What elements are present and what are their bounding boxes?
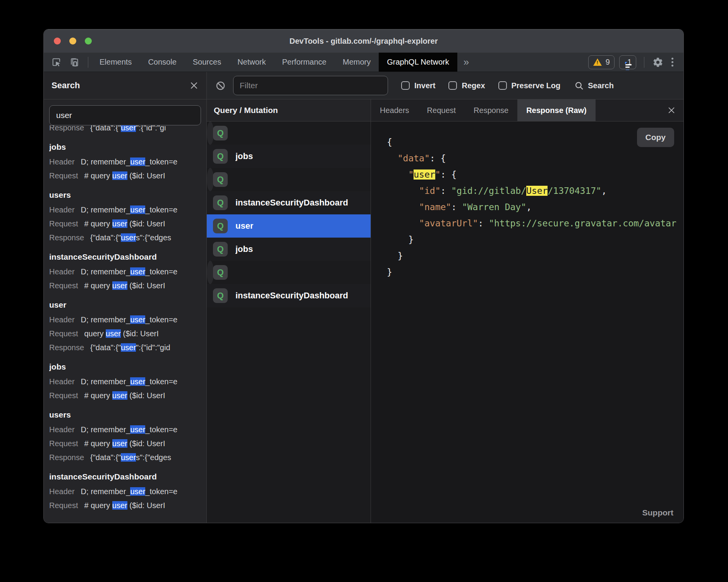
query-type-badge: Q bbox=[213, 219, 228, 233]
warnings-badge[interactable]: ! 9 bbox=[588, 55, 615, 69]
tab-performance[interactable]: Performance bbox=[274, 53, 335, 72]
query-row-jobs[interactable]: Qjobs bbox=[207, 145, 371, 168]
result-text: _token=e bbox=[145, 157, 177, 166]
result-row-label: Response bbox=[49, 125, 84, 132]
issues-badge[interactable]: 1 bbox=[619, 55, 636, 69]
result-text: ($id: UserI bbox=[127, 219, 165, 228]
result-row[interactable]: Response{"data":{"user":{"id":"gid bbox=[49, 341, 206, 354]
result-row[interactable]: Response{"data":{"users":{"edges bbox=[49, 450, 206, 464]
invert-checkbox-label: Invert bbox=[414, 81, 435, 90]
result-text: ($id: UserI bbox=[127, 391, 165, 400]
devtools-tabs: ElementsConsoleSourcesNetworkPerformance… bbox=[91, 53, 457, 72]
result-text: _token=e bbox=[145, 315, 177, 324]
kebab-menu-icon[interactable] bbox=[668, 58, 676, 67]
result-text: D; remember_ bbox=[81, 315, 130, 324]
checkbox-preserve-log[interactable]: Preserve Log bbox=[498, 81, 561, 90]
invert-checkbox-box bbox=[401, 81, 410, 90]
close-detail-icon[interactable] bbox=[667, 99, 683, 121]
result-row-label: Header bbox=[49, 425, 75, 434]
match-highlight: user bbox=[112, 501, 127, 510]
filter-bar: InvertRegexPreserve Log Search bbox=[207, 72, 683, 99]
query-row-users[interactable]: Qusers bbox=[207, 168, 214, 191]
tab-network[interactable]: Network bbox=[229, 53, 274, 72]
detail-tabs: HeadersRequestResponseResponse (Raw) bbox=[371, 99, 683, 122]
result-row[interactable]: Request# query user ($id: UserI bbox=[49, 169, 206, 183]
detail-tab-headers[interactable]: Headers bbox=[371, 99, 418, 121]
result-row[interactable]: HeaderD; remember_user_token=e bbox=[49, 155, 206, 169]
result-section-title: users bbox=[49, 187, 206, 203]
devtools-window: DevTools - gitlab.com/-/graphql-explorer bbox=[43, 29, 684, 523]
json-segment: { bbox=[387, 137, 392, 147]
json-segment bbox=[387, 218, 419, 228]
filter-input[interactable] bbox=[233, 76, 388, 95]
json-segment: "name" bbox=[419, 202, 451, 212]
inspect-element-icon[interactable] bbox=[51, 56, 62, 68]
search-control[interactable]: Search bbox=[574, 81, 614, 91]
query-row-instancesecuritydashboard[interactable]: QinstanceSecurityDashboard bbox=[207, 191, 371, 214]
close-search-icon[interactable] bbox=[189, 81, 199, 90]
devtools-toolbar: ElementsConsoleSourcesNetworkPerformance… bbox=[44, 53, 683, 72]
settings-gear-icon[interactable] bbox=[652, 56, 664, 68]
tab-elements[interactable]: Elements bbox=[91, 53, 140, 72]
result-row[interactable]: Response{"data":{"users":{"edges bbox=[49, 231, 206, 245]
match-highlight: user bbox=[130, 205, 145, 214]
result-row[interactable]: HeaderD; remember_user_token=e bbox=[49, 375, 206, 389]
result-row[interactable]: HeaderD; remember_user_token=e bbox=[49, 484, 206, 498]
result-row-label: Header bbox=[49, 487, 75, 496]
query-row-users[interactable]: Qusers bbox=[207, 261, 214, 284]
result-row[interactable]: Request# query user ($id: UserI bbox=[49, 389, 206, 402]
match-highlight: user bbox=[112, 281, 127, 290]
result-row[interactable]: Request# query user ($id: UserI bbox=[49, 498, 206, 512]
json-segment: } bbox=[387, 235, 414, 245]
query-row-jobs[interactable]: Qjobs bbox=[207, 238, 371, 261]
tab-console[interactable]: Console bbox=[140, 53, 184, 72]
result-row[interactable]: Request# query user ($id: UserI bbox=[49, 279, 206, 293]
query-row-label: jobs bbox=[235, 151, 253, 161]
json-segment: "data" bbox=[398, 153, 430, 163]
tab-graphql-network[interactable]: GraphQL Network bbox=[379, 53, 457, 72]
warning-icon: ! bbox=[593, 58, 602, 66]
result-text: {"data":{" bbox=[90, 453, 121, 462]
query-row-user-selected[interactable]: Quser bbox=[207, 214, 371, 238]
copy-button[interactable]: Copy bbox=[637, 128, 675, 147]
result-text: ":{"id":"gi bbox=[136, 125, 166, 132]
tab-sources[interactable]: Sources bbox=[185, 53, 229, 72]
checkbox-regex[interactable]: Regex bbox=[448, 81, 485, 90]
detail-tab-response[interactable]: Response bbox=[465, 99, 517, 121]
support-link[interactable]: Support bbox=[642, 508, 673, 517]
result-row[interactable]: HeaderD; remember_user_token=e bbox=[49, 265, 206, 279]
result-row-label: Request bbox=[49, 501, 78, 510]
query-row-instancesecuritydashboard[interactable]: QinstanceSecurityDashboard bbox=[207, 284, 371, 307]
result-row[interactable]: Request# query user ($id: UserI bbox=[49, 217, 206, 231]
preserve-log-checkbox-label: Preserve Log bbox=[512, 81, 561, 90]
detail-tab-response-raw[interactable]: Response (Raw) bbox=[517, 99, 596, 121]
block-clear-icon[interactable] bbox=[215, 80, 226, 91]
result-row[interactable]: HeaderD; remember_user_token=e bbox=[49, 203, 206, 217]
result-text: query bbox=[84, 329, 106, 338]
more-tabs-chevron-icon[interactable]: » bbox=[457, 53, 475, 72]
result-row[interactable]: HeaderD; remember_user_token=e bbox=[49, 423, 206, 436]
search-input[interactable] bbox=[49, 105, 201, 125]
result-row[interactable]: HeaderD; remember_user_token=e bbox=[49, 313, 206, 327]
result-text: ($id: UserI bbox=[127, 439, 165, 448]
result-row[interactable]: Request# query user ($id: UserI bbox=[49, 436, 206, 450]
search-control-label: Search bbox=[588, 81, 614, 90]
query-row-user[interactable]: Quser bbox=[207, 122, 214, 145]
close-window-button[interactable] bbox=[54, 38, 61, 45]
device-toolbar-icon[interactable] bbox=[68, 56, 79, 68]
zoom-window-button[interactable] bbox=[85, 38, 92, 45]
search-panel-title: Search bbox=[52, 80, 80, 91]
tab-memory[interactable]: Memory bbox=[335, 53, 379, 72]
detail-tab-request[interactable]: Request bbox=[418, 99, 465, 121]
toolbar-divider bbox=[88, 57, 88, 68]
query-mutation-panel: Query / Mutation QuserQjobsQusersQinstan… bbox=[207, 99, 371, 523]
result-text: D; remember_ bbox=[81, 425, 130, 434]
result-text: # query bbox=[84, 281, 112, 290]
result-row[interactable]: Requestquery user ($id: UserI bbox=[49, 327, 206, 341]
minimize-window-button[interactable] bbox=[69, 38, 76, 45]
result-row-label: Response bbox=[49, 453, 84, 462]
checkbox-invert[interactable]: Invert bbox=[401, 81, 435, 90]
query-row-label: jobs bbox=[235, 244, 253, 254]
json-segment: } bbox=[387, 267, 392, 277]
result-row[interactable]: Response{"data":{"user":{"id":"gi bbox=[49, 125, 206, 135]
